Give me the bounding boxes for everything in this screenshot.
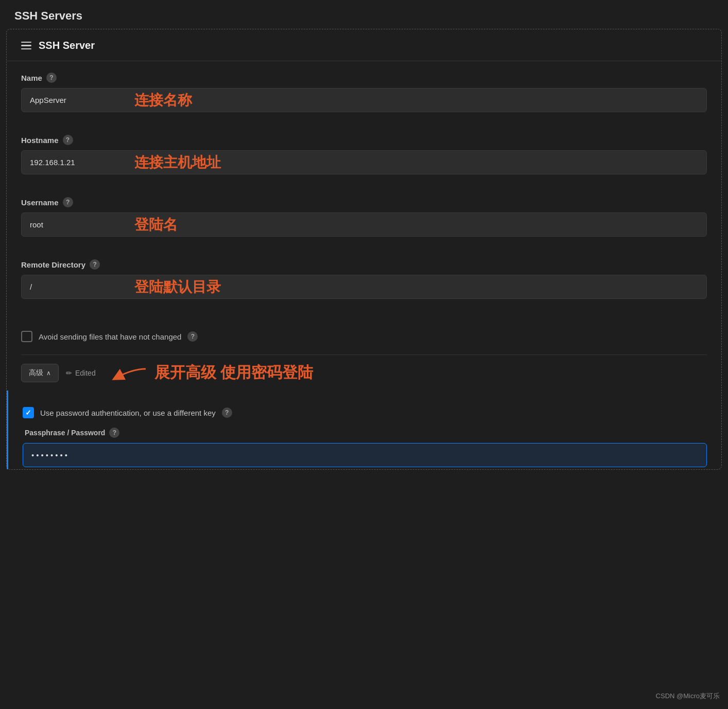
remote-directory-help-icon[interactable]: ?: [90, 259, 100, 270]
watermark: CSDN @Micro麦可乐: [656, 692, 720, 701]
main-panel: SSH Server Name ? 连接名称 Hostname ? 连接主机地址…: [6, 29, 722, 470]
name-input-row: 连接名称: [21, 88, 707, 112]
pencil-icon: ✏: [66, 369, 72, 377]
panel-header-title: SSH Server: [39, 40, 95, 51]
advanced-expanded-section: Use password authentication, or use a di…: [7, 391, 721, 469]
name-label: Name ?: [21, 73, 707, 83]
edited-label: Edited: [75, 369, 96, 377]
avoid-sending-section: Avoid sending files that have not change…: [7, 310, 721, 351]
name-section: Name ? 连接名称: [7, 61, 721, 112]
advanced-container: 高级 ∧ ✏ Edited 展开高级 使用密码登陆: [7, 354, 721, 391]
passphrase-label: Passphrase / Password ?: [23, 428, 707, 438]
avoid-sending-checkbox[interactable]: [21, 331, 32, 342]
use-password-help-icon[interactable]: ?: [222, 407, 232, 418]
remote-directory-input[interactable]: [21, 275, 707, 299]
panel-header: SSH Server: [7, 29, 721, 61]
advanced-row: 高级 ∧ ✏ Edited 展开高级 使用密码登陆: [21, 354, 707, 391]
use-password-row: Use password authentication, or use a di…: [23, 400, 707, 428]
edited-badge[interactable]: ✏ Edited: [66, 369, 96, 377]
advanced-arrow-annotation: 展开高级 使用密码登陆: [107, 362, 313, 383]
name-help-icon[interactable]: ?: [46, 73, 57, 83]
hamburger-icon[interactable]: [21, 42, 31, 50]
use-password-checkbox[interactable]: [23, 407, 34, 418]
remote-directory-label: Remote Directory ?: [21, 259, 707, 270]
username-section: Username ? 登陆名: [7, 186, 721, 237]
hostname-section: Hostname ? 连接主机地址: [7, 123, 721, 174]
passphrase-help-icon[interactable]: ?: [109, 428, 119, 438]
avoid-sending-help-icon[interactable]: ?: [187, 331, 198, 342]
advanced-label: 高级: [29, 368, 43, 378]
page-title: SSH Servers: [0, 0, 728, 29]
remote-directory-input-row: 登陆默认目录: [21, 275, 707, 299]
chevron-up-icon: ∧: [46, 369, 51, 377]
arrow-icon: [107, 364, 148, 382]
advanced-button[interactable]: 高级 ∧: [21, 364, 59, 382]
username-help-icon[interactable]: ?: [63, 197, 73, 207]
hostname-label: Hostname ?: [21, 135, 707, 145]
hostname-help-icon[interactable]: ?: [63, 135, 73, 145]
username-input-row: 登陆名: [21, 212, 707, 237]
username-label: Username ?: [21, 197, 707, 207]
passphrase-section: Passphrase / Password ?: [23, 428, 707, 467]
advanced-annotation-text: 展开高级 使用密码登陆: [154, 362, 313, 383]
avoid-sending-label: Avoid sending files that have not change…: [39, 332, 181, 341]
avoid-sending-row: Avoid sending files that have not change…: [21, 322, 707, 351]
hostname-input-row: 连接主机地址: [21, 150, 707, 174]
use-password-label: Use password authentication, or use a di…: [40, 409, 216, 417]
remote-directory-section: Remote Directory ? 登陆默认目录: [7, 248, 721, 299]
username-input[interactable]: [21, 212, 707, 237]
passphrase-input[interactable]: [23, 443, 707, 467]
name-input[interactable]: [21, 88, 707, 112]
hostname-input[interactable]: [21, 150, 707, 174]
